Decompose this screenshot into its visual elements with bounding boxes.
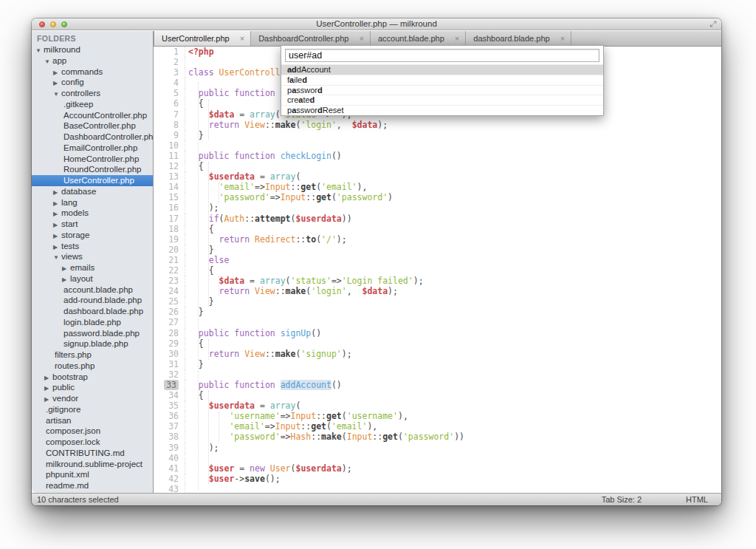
sidebar-item-add-round.blade.php[interactable]: add-round.blade.php — [32, 295, 153, 306]
sidebar-item-.gitignore[interactable]: .gitignore — [32, 404, 153, 415]
sidebar-item-layout[interactable]: ▶layout — [32, 273, 153, 284]
tab-account.blade.php[interactable]: account.blade.php× — [371, 31, 466, 46]
code-text — [185, 369, 188, 380]
code-line[interactable]: 26 } — [154, 307, 721, 317]
sidebar-item-database[interactable]: ▶database — [32, 186, 153, 197]
code-line[interactable]: 22 { — [154, 265, 721, 276]
sidebar-item-tests[interactable]: ▶tests — [32, 241, 153, 252]
code-line[interactable]: 23 $data = array('status'=>'Login failed… — [154, 276, 721, 286]
sidebar-item-views[interactable]: ▼views — [32, 251, 153, 262]
sidebar-item-models[interactable]: ▶models — [32, 208, 153, 219]
symbol-search-input[interactable] — [285, 49, 599, 62]
sidebar-item-label: models — [61, 208, 89, 217]
code-text: ); — [185, 202, 219, 213]
code-line[interactable]: 30 return View::make('signup'); — [154, 349, 721, 359]
code-line[interactable]: 25 } — [154, 296, 721, 307]
code-line[interactable]: 32 — [154, 369, 721, 380]
code-line[interactable]: 12 { — [154, 161, 721, 171]
tab-UserController.php[interactable]: UserController.php× — [154, 31, 251, 46]
code-line[interactable]: 14 'email'=>Input::get('email'), — [154, 182, 721, 192]
sidebar-item-commands[interactable]: ▶commands — [32, 67, 153, 78]
sidebar-item-composer.json[interactable]: composer.json — [32, 426, 153, 437]
code-line[interactable]: 39 ); — [154, 443, 721, 453]
close-tab-icon[interactable]: × — [359, 35, 363, 43]
code-line[interactable]: 13 $userdata = array( — [154, 171, 721, 182]
sidebar-item-config[interactable]: ▶config — [32, 77, 153, 88]
tab-DashboardController.php[interactable]: DashboardController.php× — [251, 31, 371, 46]
sidebar-item-app[interactable]: ▼app — [32, 55, 153, 67]
sidebar-item-label: tests — [61, 242, 79, 250]
code-line[interactable]: 19 return Redirect::to('/'); — [154, 234, 721, 245]
code-line[interactable]: 43 — [154, 484, 721, 493]
code-line[interactable]: 27 — [154, 317, 721, 327]
sidebar-item-emails[interactable]: ▶emails — [32, 262, 153, 273]
sidebar-item-.gitkeep[interactable]: .gitkeep — [32, 99, 153, 110]
code-line[interactable]: 10 — [154, 140, 721, 151]
code-line[interactable]: 42 $user->save(); — [154, 474, 721, 484]
close-tab-icon[interactable]: × — [240, 35, 244, 43]
sidebar-item-readme.md[interactable]: readme.md — [32, 480, 153, 491]
close-tab-icon[interactable]: × — [455, 35, 459, 43]
code-line[interactable]: 36 'username'=>Input::get('username'), — [154, 411, 721, 421]
sidebar-item-storage[interactable]: ▶storage — [32, 230, 153, 241]
sidebar-item-DashboardController.php[interactable]: DashboardController.php — [32, 132, 153, 143]
suggestion-failed[interactable]: failed — [281, 75, 603, 85]
sidebar-item-HomeController.php[interactable]: HomeController.php — [32, 154, 153, 165]
close-tab-icon[interactable]: × — [560, 35, 565, 43]
code-line[interactable]: 28 public function signUp() — [154, 328, 721, 338]
sidebar-item-composer.lock[interactable]: composer.lock — [32, 437, 153, 448]
sidebar-item-UserController.php[interactable]: UserController.php — [32, 175, 153, 186]
sidebar-item-vendor[interactable]: ▶vendor — [32, 393, 153, 404]
code-line[interactable]: 11 public function checkLogin() — [154, 151, 721, 161]
sidebar-item-account.blade.php[interactable]: account.blade.php — [32, 284, 153, 296]
code-line[interactable]: 8 return View::make('login', $data); — [154, 120, 721, 130]
sidebar-item-filters.php[interactable]: filters.php — [32, 349, 153, 361]
code-line[interactable]: 17 if(Auth::attempt($userdata)) — [154, 214, 721, 224]
code-line[interactable]: 33 public function addAccount() — [154, 380, 721, 390]
sidebar-item-bootstrap[interactable]: ▶bootstrap — [32, 372, 153, 383]
sidebar-item-AccountController.php[interactable]: AccountController.php — [32, 110, 153, 121]
sidebar-item-lang[interactable]: ▶lang — [32, 197, 153, 208]
sidebar-item-controllers[interactable]: ▼controllers — [32, 88, 153, 99]
sidebar-item-EmailController.php[interactable]: EmailController.php — [32, 143, 153, 154]
code-line[interactable]: 16 ); — [154, 202, 721, 213]
suggestion-password[interactable]: password — [281, 85, 603, 95]
code-line[interactable]: 18 { — [154, 224, 721, 234]
syntax-indicator[interactable]: HTML — [686, 495, 708, 504]
code-text: { — [185, 390, 204, 400]
sidebar-item-RoundController.php[interactable]: RoundController.php — [32, 164, 153, 175]
code-line[interactable]: 34 { — [154, 390, 721, 400]
code-line[interactable]: 24 return View::make('login', $data); — [154, 286, 721, 296]
code-line[interactable]: 15 'password'=>Input::get('password') — [154, 192, 721, 202]
code-line[interactable]: 29 { — [154, 338, 721, 349]
sidebar-item-signup.blade.php[interactable]: signup.blade.php — [32, 338, 153, 349]
suggestion-created[interactable]: created — [281, 95, 603, 105]
code-line[interactable]: 9 } — [154, 130, 721, 140]
code-line[interactable]: 37 'email'=>Input::get('email'), — [154, 421, 721, 432]
sidebar-item-artisan[interactable]: artisan — [32, 415, 153, 426]
title-bar[interactable]: UserController.php — milkround ⤢ — [32, 18, 721, 30]
sidebar-item-milkround[interactable]: ▼milkround — [32, 44, 153, 55]
code-line[interactable]: 40 — [154, 453, 721, 463]
fullscreen-icon[interactable]: ⤢ — [709, 19, 716, 29]
suggestion-addAccount[interactable]: addAccount — [281, 64, 603, 75]
sidebar-item-phpunit.xml[interactable]: phpunit.xml — [32, 469, 153, 480]
sidebar-item-dashboard.blade.php[interactable]: dashboard.blade.php — [32, 306, 153, 317]
code-line[interactable]: 35 $userdata = array( — [154, 400, 721, 411]
sidebar-item-login.blade.php[interactable]: login.blade.php — [32, 317, 153, 328]
sidebar-item-CONTRIBUTING.md[interactable]: CONTRIBUTING.md — [32, 448, 153, 459]
sidebar-item-milkround.sublime-project[interactable]: milkround.sublime-project — [32, 459, 153, 470]
sidebar-item-BaseController.php[interactable]: BaseController.php — [32, 120, 153, 132]
sidebar-item-routes.php[interactable]: routes.php — [32, 361, 153, 372]
code-line[interactable]: 38 'password'=>Hash::make(Input::get('pa… — [154, 432, 721, 442]
tab-size-indicator[interactable]: Tab Size: 2 — [602, 495, 642, 504]
code-line[interactable]: 41 $user = new User($userdata); — [154, 463, 721, 474]
code-line[interactable]: 31 } — [154, 359, 721, 369]
code-line[interactable]: 20 } — [154, 245, 721, 255]
sidebar-item-password.blade.php[interactable]: password.blade.php — [32, 328, 153, 339]
code-line[interactable]: 21 else — [154, 255, 721, 265]
sidebar-item-public[interactable]: ▶public — [32, 382, 153, 393]
suggestion-passwordReset[interactable]: passwordReset — [281, 105, 603, 115]
tab-dashboard.blade.php[interactable]: dashboard.blade.php× — [466, 31, 571, 46]
sidebar-item-start[interactable]: ▶start — [32, 219, 153, 230]
